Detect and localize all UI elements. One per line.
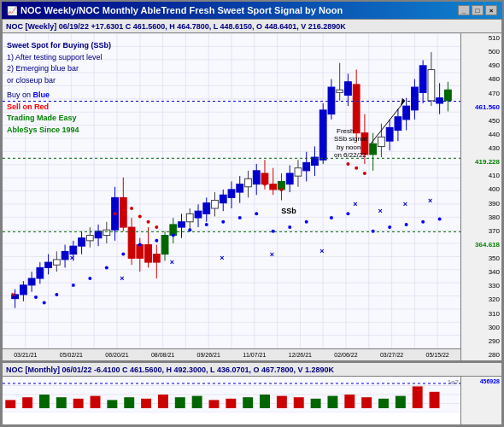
main-chart: NOC [Weekly] 06/19/22 +17.6301 C 461.560… [2, 19, 502, 361]
price-340: 340 [463, 269, 500, 276]
bottom-chart-header: NOC [Monthly] 06/01/22 -6.4100 C 461.560… [3, 363, 501, 377]
price-419: 419.228 [463, 159, 500, 166]
bottom-price-1: 456928 [463, 378, 500, 384]
bottom-chart: NOC [Monthly] 06/01/22 -6.4100 C 461.560… [2, 361, 502, 425]
buy-label: Buy on [7, 91, 33, 99]
title-bar-left: 📈 NOC Weekly/NOC Monthly AbleTrend Fresh… [7, 5, 343, 15]
sweet-spot-title: Sweet Spot for Buying (SSb) [7, 40, 111, 52]
price-350: 350 [463, 255, 500, 262]
price-430: 430 [463, 145, 500, 152]
x-label-3: 06/20/21 [105, 352, 128, 358]
x-label-1: 03/21/21 [14, 352, 37, 358]
price-410: 410 [463, 173, 500, 179]
title-bar-controls[interactable]: _ □ × [458, 5, 497, 15]
vol-label: 1e7 [448, 378, 459, 386]
price-380: 380 [463, 214, 500, 221]
main-chart-area: 510 500 490 480 470 461.560 450 440 430 … [3, 33, 501, 360]
point2b-text: or closeup bar [7, 75, 111, 87]
price-330: 330 [463, 283, 500, 290]
price-450: 450 [463, 118, 500, 125]
price-480: 480 [463, 76, 500, 83]
price-280: 280 [463, 352, 500, 359]
x-axis: 03/21/21 05/02/21 06/20/21 08/08/21 09/2… [3, 348, 460, 360]
title-bar: 📈 NOC Weekly/NOC Monthly AbleTrend Fresh… [2, 2, 502, 19]
bottom-price-axis: 456928 [460, 377, 501, 424]
ablesys-text: AbleSys Since 1994 [7, 125, 111, 137]
sell-red-text: Sell on Red [7, 102, 111, 114]
price-364: 364.618 [463, 242, 500, 249]
bottom-chart-info: NOC [Monthly] 06/01/22 -6.4100 C 461.560… [6, 366, 334, 374]
main-chart-info: NOC [Weekly] 06/19/22 +17.6301 C 461.560… [6, 22, 346, 31]
x-label-5: 09/26/21 [197, 352, 220, 358]
x-label-4: 08/08/21 [151, 352, 174, 358]
point1-text: 1) After testing support level [7, 52, 111, 64]
price-500: 500 [463, 49, 500, 56]
buy-color: Blue [33, 91, 50, 99]
price-390: 390 [463, 201, 500, 208]
price-320: 320 [463, 296, 500, 303]
main-window: 📈 NOC Weekly/NOC Monthly AbleTrend Fresh… [0, 0, 504, 427]
app-icon: 📈 [7, 6, 17, 15]
x-label-6: 11/07/21 [243, 352, 266, 358]
x-label-7: 12/26/21 [289, 352, 312, 358]
annotation-box: Sweet Spot for Buying (SSb) 1) After tes… [7, 40, 111, 136]
main-chart-header: NOC [Weekly] 06/19/22 +17.6301 C 461.560… [3, 20, 501, 33]
buy-blue-text: Buy on Blue [7, 90, 111, 102]
x-label-2: 05/02/21 [60, 352, 83, 358]
price-470: 470 [463, 91, 500, 97]
price-461: 461.560 [463, 104, 500, 111]
price-490: 490 [463, 62, 500, 69]
close-button[interactable]: × [485, 5, 497, 15]
price-300: 300 [463, 325, 500, 331]
point2-text: 2) Emerging blue bar [7, 63, 111, 75]
x-label-9: 03/27/22 [380, 352, 403, 358]
bottom-chart-area: 1e7 456928 [3, 377, 501, 424]
x-label-10: 05/15/22 [426, 352, 449, 358]
price-370: 370 [463, 228, 500, 235]
maximize-button[interactable]: □ [472, 5, 483, 15]
window-title: NOC Weekly/NOC Monthly AbleTrend Fresh S… [21, 5, 343, 15]
price-290: 290 [463, 338, 500, 345]
price-440: 440 [463, 132, 500, 138]
price-400: 400 [463, 186, 500, 193]
trading-text: Trading Made Easy [7, 113, 111, 125]
bottom-chart-canvas [3, 377, 460, 412]
price-310: 310 [463, 311, 500, 318]
price-510: 510 [463, 35, 500, 42]
x-label-8: 02/06/22 [334, 352, 357, 358]
sell-label: Sell on Red [7, 102, 49, 111]
price-axis: 510 500 490 480 470 461.560 450 440 430 … [460, 33, 501, 360]
minimize-button[interactable]: _ [458, 5, 470, 15]
